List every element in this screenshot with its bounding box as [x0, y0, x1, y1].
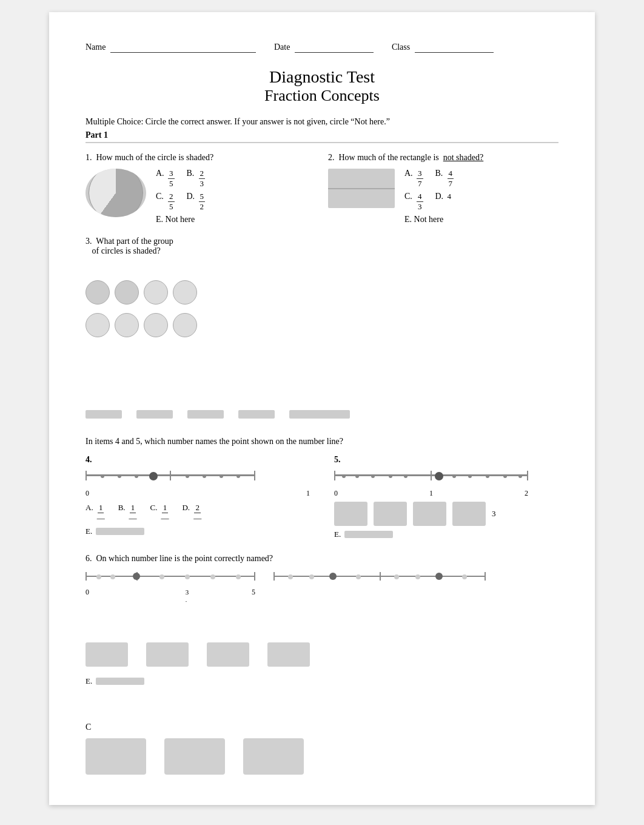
q1-choices: A. 35 B. 23 C. 25 D. 52: [156, 169, 205, 224]
q4-number: 4.: [86, 455, 310, 465]
q5-choices: 3: [334, 502, 558, 526]
q4-choices: A. 1— B. 1— C. 1— D. 2—: [86, 503, 310, 522]
q4-choice-c: C. 1—: [150, 503, 170, 522]
choice-blurred-3: [207, 642, 249, 667]
name-label: Name: [86, 42, 106, 52]
q1-circle-image: [86, 169, 146, 217]
part-label: Part 1: [86, 130, 558, 143]
q2-choices: A. 37 B. 47 C. 43 D. 4: [404, 169, 454, 224]
q4-labels: 0 1: [86, 489, 310, 498]
choice-blurred-1: [86, 642, 128, 667]
name-field: Name: [86, 42, 256, 53]
q2-choices-grid: A. 37 B. 47 C. 43 D. 4: [404, 169, 454, 224]
q1-content: A. 35 B. 23 C. 25 D. 52: [86, 169, 316, 224]
q6-not-here-blurred: [96, 678, 144, 685]
q4-block: 4.: [86, 455, 310, 539]
q5-choice-a-blurred: [334, 502, 367, 526]
page: Name Date Class Diagnostic Test Fraction…: [49, 12, 595, 805]
q1-choice-b: B. 23: [187, 169, 206, 188]
q5-not-here-blurred: [344, 531, 393, 538]
class-field: Class: [392, 42, 494, 53]
q1-choice-d: D. 52: [187, 192, 206, 211]
q5-choice-d-blurred: [452, 502, 486, 526]
bottom-images: [86, 738, 558, 775]
q4-not-here-blurred: [96, 528, 144, 535]
q2-content: A. 37 B. 47 C. 43 D. 4: [328, 169, 558, 224]
choice-blurred-2: [146, 642, 189, 667]
bottom-blurred: E.: [86, 642, 558, 686]
class-label: Class: [392, 42, 410, 52]
question-1-block: 1. How much of the circle is shaded? A. …: [86, 153, 316, 224]
question-6-block: 6. On which number line is the point cor…: [86, 554, 558, 606]
q4-number-line: [86, 468, 255, 488]
instructions-text: Multiple Choice: Circle the correct answ…: [86, 117, 558, 127]
date-field: Date: [274, 42, 374, 53]
q4-choice-b: B. 1—: [118, 503, 138, 522]
date-label: Date: [274, 42, 290, 52]
question-3-block: 3. What part of the group of circles is …: [86, 237, 558, 419]
title-line1: Diagnostic Test: [86, 67, 558, 87]
q6-text: 6. On which number line is the point cor…: [86, 554, 558, 564]
q2-choice-c: C. 43: [404, 192, 423, 211]
title-section: Diagnostic Test Fraction Concepts: [86, 67, 558, 105]
q6-nl-1: 0 3 · 5: [86, 570, 255, 606]
q6-nl2-visual: [273, 570, 486, 585]
q5-choice-c-blurred: [413, 502, 446, 526]
q6-lines-row: 0 3 · 5: [86, 570, 558, 606]
q6-nl1-visual: [86, 570, 255, 585]
q4-choice-a: A. 1—: [86, 503, 106, 522]
number-line-section: In items 4 and 5, which number names the…: [86, 437, 558, 539]
q3-content: [86, 262, 558, 337]
q3-text: 3. What part of the group of circles is …: [86, 237, 558, 256]
q6-not-here: E.: [86, 676, 558, 686]
q1-choices-grid: A. 35 B. 23 C. 25 D. 52: [156, 169, 205, 224]
q2-choice-d: D. 4: [435, 192, 454, 211]
choice-blurred-4: [267, 642, 310, 667]
q2-choice-b: B. 47: [435, 169, 454, 188]
q2-choice-a: A. 37: [404, 169, 423, 188]
q5-labels: 0 1 2: [334, 489, 528, 498]
header-row: Name Date Class: [86, 42, 558, 53]
q2-rect-image: [328, 169, 395, 208]
q1-q2-row: 1. How much of the circle is shaded? A. …: [86, 153, 558, 224]
q1-not-here: E. Not here: [156, 215, 205, 224]
q2-not-here: E. Not here: [404, 215, 454, 224]
q5-choice-b-blurred: [374, 502, 407, 526]
nl-row: 4.: [86, 455, 558, 539]
q6-answer-choices: [86, 642, 558, 667]
bottom-img-2: [164, 738, 225, 775]
q6-nl-2: [273, 570, 486, 606]
q5-block: 5.: [334, 455, 558, 539]
question-2-block: 2. How much of the rectangle is not shad…: [328, 153, 558, 224]
q5-number: 5.: [334, 455, 558, 465]
q2-text: 2. How much of the rectangle is not shad…: [328, 153, 558, 163]
date-line: [295, 42, 374, 53]
q5-not-here: E.: [334, 530, 558, 539]
nl-intro: In items 4 and 5, which number names the…: [86, 437, 558, 446]
q1-choice-c: C. 25: [156, 192, 175, 211]
q1-choice-a: A. 35: [156, 169, 175, 188]
footer-label: C: [86, 722, 558, 732]
q1-text: 1. How much of the circle is shaded?: [86, 153, 316, 163]
bottom-img-1: [86, 738, 146, 775]
q4-choice-d: D. 2—: [182, 503, 203, 522]
q3-blurred-answers: [86, 410, 558, 419]
bottom-img-3: [243, 738, 304, 775]
q6-nl1-labels: 0 3 · 5: [86, 588, 255, 606]
q4-not-here: E.: [86, 527, 310, 536]
q5-number-line: [334, 468, 528, 488]
title-line2: Fraction Concepts: [86, 87, 558, 105]
q3-circles-image: [86, 280, 207, 337]
class-line: [415, 42, 494, 53]
name-line: [110, 42, 256, 53]
